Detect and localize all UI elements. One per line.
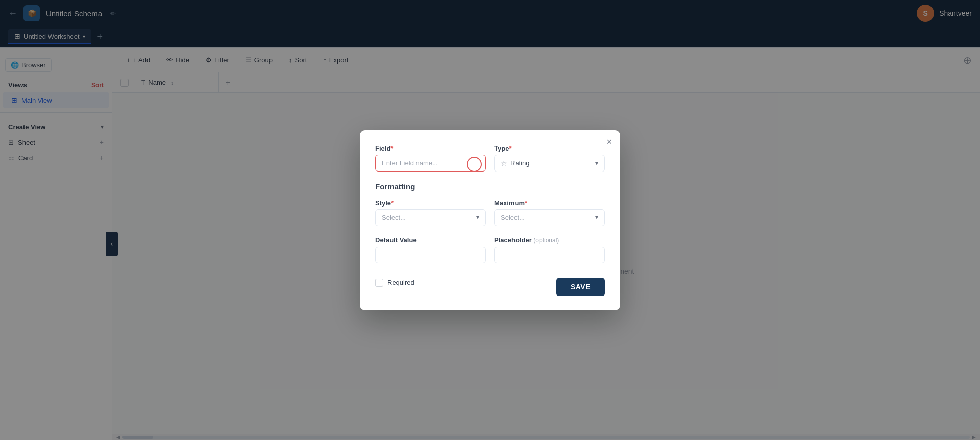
maximum-select[interactable]: Select... ▾ xyxy=(494,209,605,226)
default-value-input[interactable] xyxy=(375,247,486,263)
modal-footer: SAVE xyxy=(556,278,605,296)
default-placeholder-row: Default Value Placeholder (optional) xyxy=(375,236,605,263)
modal-footer-row: Required SAVE xyxy=(375,274,605,296)
formatting-title: Formatting xyxy=(375,182,605,191)
default-value-label: Default Value xyxy=(375,236,486,244)
type-label: Type* xyxy=(494,144,605,152)
default-value-field: Default Value xyxy=(375,236,486,263)
style-select-value: Select... xyxy=(382,214,476,222)
required-checkbox[interactable] xyxy=(375,279,383,287)
placeholder-field: Placeholder (optional) xyxy=(494,236,605,263)
style-dropdown-icon: ▾ xyxy=(476,214,479,221)
type-dropdown-icon: ▾ xyxy=(595,160,598,167)
required-row: Required xyxy=(375,279,414,287)
modal-close-button[interactable]: × xyxy=(606,137,612,146)
save-button[interactable]: SAVE xyxy=(556,278,605,296)
placeholder-label: Placeholder (optional) xyxy=(494,236,605,244)
field-label: Field* xyxy=(375,144,486,152)
maximum-field: Maximum* Select... ▾ xyxy=(494,199,605,226)
type-select[interactable]: ☆ Rating ▾ xyxy=(494,155,605,172)
maximum-dropdown-icon: ▾ xyxy=(595,214,598,221)
modal-overlay: × Field* Type* xyxy=(0,0,980,440)
required-label: Required xyxy=(387,279,414,286)
maximum-label: Maximum* xyxy=(494,199,605,207)
style-maximum-row: Style* Select... ▾ Maximum* xyxy=(375,199,605,226)
style-label: Style* xyxy=(375,199,486,207)
type-field: Type* ☆ Rating ▾ xyxy=(494,144,605,172)
formatting-section: Formatting Style* Select... ▾ xyxy=(375,182,605,226)
style-field: Style* Select... ▾ xyxy=(375,199,486,226)
type-select-value: ☆ Rating xyxy=(501,159,595,167)
field-name-field: Field* xyxy=(375,144,486,172)
field-name-input[interactable] xyxy=(375,155,486,172)
placeholder-input[interactable] xyxy=(494,247,605,263)
rating-star-icon: ☆ xyxy=(501,159,507,167)
maximum-select-value: Select... xyxy=(501,214,595,222)
add-field-modal: × Field* Type* xyxy=(360,130,620,310)
style-select[interactable]: Select... ▾ xyxy=(375,209,486,226)
field-type-row: Field* Type* ☆ xyxy=(375,144,605,172)
